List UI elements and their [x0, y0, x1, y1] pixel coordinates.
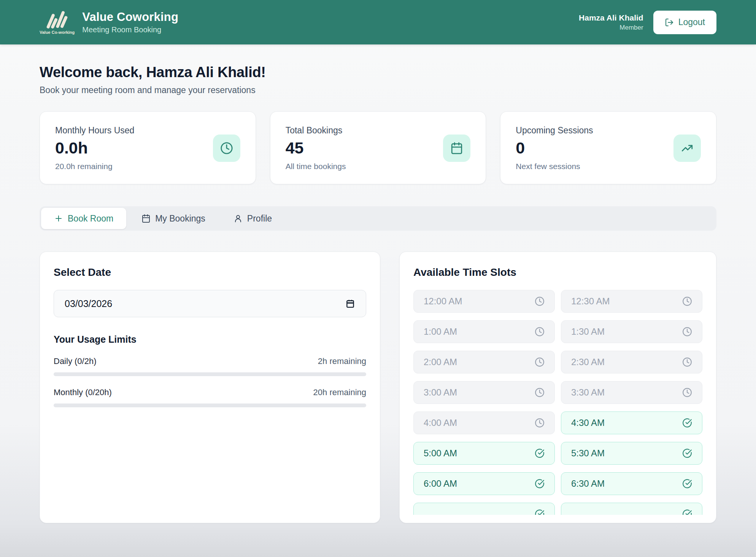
app-subtitle: Meeting Room Booking — [82, 25, 178, 34]
time-slot[interactable]: 6:00 AM — [413, 472, 555, 495]
calendar-icon — [443, 135, 470, 162]
user-role: Member — [579, 24, 643, 32]
stats-row: Monthly Hours Used 0.0h 20.0h remaining … — [40, 111, 716, 184]
check-circle-icon — [535, 509, 545, 515]
time-slot[interactable]: 6:30 AM — [561, 472, 702, 495]
time-slot-label: 3:00 AM — [424, 387, 457, 398]
time-slot: 3:30 AM — [561, 381, 702, 404]
clock-icon — [535, 388, 545, 397]
time-slot-label: 1:30 AM — [571, 326, 605, 337]
monthly-progress-bar — [54, 404, 366, 407]
tab-bar: Book Room My Bookings Profile — [40, 206, 716, 231]
select-date-panel: Select Date 03/03/2026 Your Usage Limits… — [40, 252, 380, 523]
time-slot-label: 12:00 AM — [424, 296, 462, 307]
clock-icon — [682, 327, 692, 337]
select-date-title: Select Date — [54, 266, 366, 278]
time-slots-panel: Available Time Slots 12:00 AM 12:30 AM 1… — [399, 252, 716, 523]
page-subtitle: Book your meeting room and manage your r… — [40, 85, 716, 95]
check-circle-icon — [535, 448, 545, 458]
daily-limit-label: Daily (0/2h) — [54, 356, 96, 366]
time-slot: 3:00 AM — [413, 381, 555, 404]
check-circle-icon — [682, 479, 692, 489]
daily-progress-bar — [54, 372, 366, 376]
time-slot: 2:30 AM — [561, 351, 702, 373]
trending-up-icon — [673, 135, 701, 162]
time-slot-label: 4:00 AM — [424, 418, 457, 428]
time-slot[interactable]: 5:00 AM — [413, 442, 555, 465]
time-slot[interactable]: 4:30 AM — [561, 411, 702, 434]
stat-label: Total Bookings — [286, 125, 471, 136]
stat-value: 0 — [516, 139, 701, 157]
app-title: Value Coworking — [82, 10, 178, 24]
calendar-icon — [141, 214, 151, 223]
stat-label: Upcoming Sessions — [516, 125, 701, 136]
time-slot-label: 6:00 AM — [424, 478, 457, 489]
tab-my-bookings[interactable]: My Bookings — [129, 208, 218, 229]
stat-subtext: All time bookings — [286, 162, 471, 171]
brand: Value Co-working Value Coworking Meeting… — [40, 10, 178, 35]
app-header: Value Co-working Value Coworking Meeting… — [0, 0, 756, 44]
check-circle-icon — [682, 509, 692, 515]
check-circle-icon — [535, 479, 545, 489]
daily-limit: Daily (0/2h) 2h remaining — [54, 356, 366, 376]
stat-card-monthly-hours: Monthly Hours Used 0.0h 20.0h remaining — [40, 111, 256, 184]
stat-value: 0.0h — [55, 139, 240, 157]
plus-icon — [54, 214, 63, 223]
logo-slashes-icon — [45, 10, 69, 29]
time-slot: 2:00 AM — [413, 351, 555, 373]
monthly-limit-label: Monthly (0/20h) — [54, 388, 112, 397]
logout-label: Logout — [678, 17, 705, 27]
stat-subtext: 20.0h remaining — [55, 162, 240, 171]
tab-profile[interactable]: Profile — [221, 208, 285, 229]
clock-icon — [682, 357, 692, 367]
logout-button[interactable]: Logout — [653, 11, 716, 34]
time-slot-label: 4:30 AM — [571, 418, 605, 428]
time-slots-title: Available Time Slots — [413, 266, 702, 278]
calendar-picker-icon[interactable] — [345, 299, 355, 309]
stat-card-upcoming-sessions: Upcoming Sessions 0 Next few sessions — [500, 111, 716, 184]
date-input[interactable]: 03/03/2026 — [54, 290, 366, 317]
time-slot-label: 12:30 AM — [571, 296, 610, 307]
logout-icon — [665, 18, 674, 27]
clock-icon — [535, 357, 545, 367]
time-slot-label: 3:30 AM — [571, 387, 605, 398]
slots-grid: 12:00 AM 12:30 AM 1:00 AM 1:30 AM — [413, 290, 702, 515]
logo-caption: Value Co-working — [40, 30, 75, 35]
time-slot: 1:00 AM — [413, 320, 555, 343]
monthly-limit-remaining: 20h remaining — [313, 388, 366, 397]
user-name: Hamza Ali Khalid — [579, 13, 643, 22]
check-circle-icon — [682, 418, 692, 428]
time-slot-label: 5:00 AM — [424, 448, 457, 459]
stat-label: Monthly Hours Used — [55, 125, 240, 136]
page-title: Welcome back, Hamza Ali Khalid! — [40, 64, 716, 81]
time-slot-label: 5:30 AM — [571, 448, 605, 459]
stat-subtext: Next few sessions — [516, 162, 701, 171]
user-icon — [233, 214, 243, 223]
monthly-limit: Monthly (0/20h) 20h remaining — [54, 388, 366, 407]
time-slot: 1:30 AM — [561, 320, 702, 343]
daily-limit-remaining: 2h remaining — [318, 356, 366, 366]
check-circle-icon — [682, 448, 692, 458]
stat-card-total-bookings: Total Bookings 45 All time bookings — [270, 111, 486, 184]
tab-label: Book Room — [68, 214, 113, 224]
time-slot-label: 2:00 AM — [424, 357, 457, 367]
tab-label: My Bookings — [155, 214, 205, 224]
time-slot[interactable]: 5:30 AM — [561, 442, 702, 465]
clock-icon — [535, 418, 545, 428]
tab-book-room[interactable]: Book Room — [41, 208, 126, 229]
time-slot-label: 6:30 AM — [571, 478, 605, 489]
logo: Value Co-working — [40, 10, 75, 35]
clock-icon — [682, 296, 692, 306]
clock-icon — [682, 388, 692, 397]
time-slot[interactable] — [561, 503, 702, 515]
time-slot-label: 1:00 AM — [424, 326, 457, 337]
clock-icon — [535, 327, 545, 337]
stat-value: 45 — [286, 139, 471, 157]
time-slot-label: 2:30 AM — [571, 357, 605, 367]
clock-icon — [213, 135, 240, 162]
user-info: Hamza Ali Khalid Member — [579, 13, 643, 32]
clock-icon — [535, 296, 545, 306]
time-slot[interactable] — [413, 503, 555, 515]
tab-label: Profile — [247, 214, 272, 224]
usage-limits-title: Your Usage Limits — [54, 334, 366, 345]
